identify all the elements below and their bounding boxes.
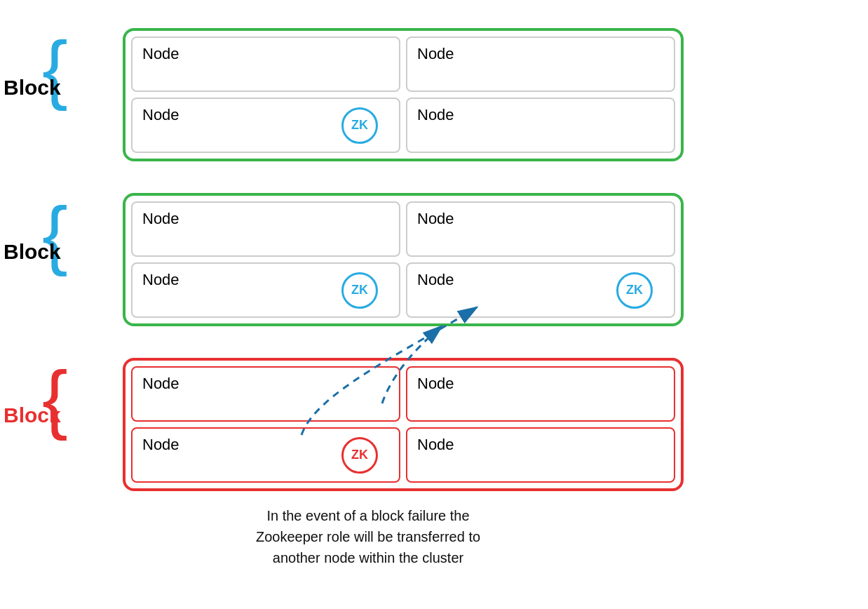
- block3-node1: Node: [131, 366, 400, 422]
- block2-node4: Node ZK: [406, 262, 675, 318]
- block1-node3: Node ZK: [131, 98, 400, 153]
- block1-label: Block: [4, 76, 61, 100]
- block3-node4: Node: [406, 427, 675, 483]
- block3-outer: Node Node Node ZK Node: [123, 358, 684, 491]
- block1-node1: Node: [131, 36, 400, 92]
- block3-node2: Node: [406, 366, 675, 422]
- diagram-container: { Block Node Node Node ZK Node { Block N…: [0, 14, 868, 609]
- block2-node1: Node: [131, 201, 400, 257]
- block3-zk: ZK: [341, 437, 378, 474]
- block2-label: Block: [4, 240, 61, 264]
- block2-zk1: ZK: [341, 272, 378, 309]
- block1-zk: ZK: [341, 107, 378, 144]
- block1-node4: Node: [406, 98, 675, 153]
- block2-zk2: ZK: [616, 272, 653, 309]
- caption-text: In the event of a block failure the Zook…: [175, 505, 561, 568]
- block2-node3: Node ZK: [131, 262, 400, 318]
- block2-outer: Node Node Node ZK Node ZK: [123, 193, 684, 326]
- block1-outer: Node Node Node ZK Node: [123, 28, 684, 161]
- block2-node2: Node: [406, 201, 675, 257]
- block3-label: Block: [4, 403, 61, 427]
- block1-node2: Node: [406, 36, 675, 92]
- block3-node3: Node ZK: [131, 427, 400, 483]
